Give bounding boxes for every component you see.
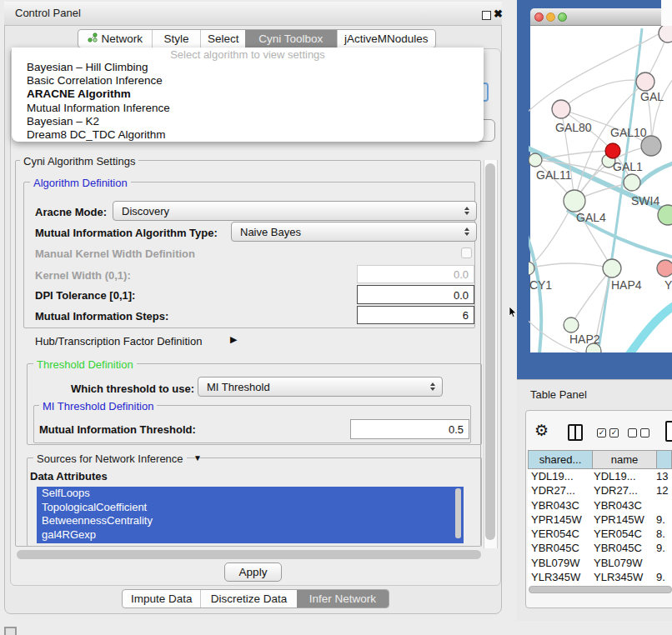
- tab-jactivemnodules[interactable]: jActiveMNodules: [337, 30, 435, 48]
- table-cell: [656, 498, 672, 512]
- table-cell: YPR145W: [528, 512, 594, 527]
- tab-impute-data[interactable]: Impute Data: [123, 590, 200, 608]
- table-cell: YER054C: [528, 527, 594, 541]
- network-view-canvas[interactable]: [530, 26, 672, 352]
- tab-cyni-toolbox[interactable]: Cyni Toolbox: [245, 30, 336, 48]
- settings-vscrollbar-thumb[interactable]: [485, 163, 495, 540]
- checked-checkbox-icon[interactable]: ✓: [597, 428, 606, 438]
- algorithm-dropdown-popup: Select algorithm to view settings Bayesi…: [12, 48, 484, 142]
- expand-right-icon[interactable]: ▶: [230, 334, 237, 345]
- attribute-item-selected[interactable]: SelfLoops: [37, 487, 464, 501]
- collapse-down-icon[interactable]: ▼: [193, 453, 202, 462]
- mi-steps-field[interactable]: 6: [357, 306, 474, 324]
- manual-kernel-label: Manual Kernel Width Definition: [35, 248, 195, 260]
- table-cell: YBR045C: [528, 541, 594, 555]
- attribute-item-selected[interactable]: gal4RGexp: [37, 528, 464, 542]
- partial-toolbar-icon[interactable]: [665, 421, 672, 442]
- algorithm-option[interactable]: Bayesian – K2: [27, 115, 170, 128]
- hub-definition-label[interactable]: Hub/Transcription Factor Definition: [35, 335, 202, 348]
- algorithm-option[interactable]: Mutual Information Inference: [27, 102, 170, 115]
- algorithm-option[interactable]: Bayesian – Hill Climbing: [27, 61, 170, 74]
- columns-icon[interactable]: [568, 424, 583, 441]
- checked-checkbox-icon[interactable]: ✓: [609, 428, 619, 438]
- table-body[interactable]: YDL19...YDL19...13YDR27...YDR27...12YBR0…: [528, 469, 672, 592]
- table-cell: YPR145W: [594, 512, 656, 527]
- unchecked-checkbox-icon[interactable]: [640, 428, 649, 438]
- tab-select[interactable]: Select: [200, 30, 245, 48]
- kernel-width-field[interactable]: 0.0: [357, 265, 474, 283]
- attribute-list-scrollbar[interactable]: [455, 488, 461, 538]
- table-cell: YBR045C: [594, 541, 656, 555]
- table-row[interactable]: YBL079WYBL079W: [528, 556, 672, 570]
- table-cell: 13: [656, 469, 672, 483]
- tab-style[interactable]: Style: [152, 30, 201, 48]
- manual-kernel-checkbox[interactable]: [461, 248, 472, 258]
- table-cell: YLR345W: [594, 570, 656, 584]
- minimized-panel-icon[interactable]: [4, 627, 17, 635]
- settings-hscrollbar-thumb[interactable]: [17, 550, 481, 559]
- combo-arrows-icon: [460, 228, 474, 236]
- kernel-width-label: Kernel Width (0,1):: [35, 269, 131, 282]
- unchecked-checkbox-icon[interactable]: [628, 428, 637, 438]
- network-icon: [88, 32, 98, 45]
- network-window-titlebar[interactable]: [530, 8, 661, 26]
- dpi-tolerance-field[interactable]: 0.0: [357, 285, 474, 304]
- mi-type-combo[interactable]: Naive Bayes: [231, 222, 477, 242]
- sources-legend: Sources for Network Inference: [33, 452, 187, 465]
- control-panel-tab-bar: Network Style Select Cyni Toolbox jActiv…: [78, 29, 436, 48]
- cyni-bottom-tab-bar: Impute Data Discretize Data Infer Networ…: [122, 589, 389, 608]
- table-cell: YBL079W: [594, 556, 656, 570]
- algorithm-option-selected[interactable]: ARACNE Algorithm: [27, 88, 170, 101]
- table-panel-title: Table Panel: [530, 388, 587, 401]
- float-window-icon[interactable]: [482, 11, 491, 20]
- close-traffic-light[interactable]: [534, 12, 544, 22]
- screenshot-stage: Control Panel ✖ Network Style Select Cyn…: [0, 0, 672, 635]
- table-cell: YLR345W: [528, 570, 594, 584]
- minimize-traffic-light[interactable]: [546, 12, 555, 22]
- close-icon[interactable]: ✖: [494, 8, 503, 20]
- column-header-shared-name[interactable]: shared...: [528, 450, 593, 469]
- table-cell: YDL19...: [594, 469, 656, 483]
- settings-gear-icon[interactable]: ⚙: [534, 421, 549, 440]
- zoom-traffic-light[interactable]: [558, 12, 567, 22]
- tab-infer-network[interactable]: Infer Network: [297, 590, 389, 608]
- column-header-name[interactable]: name: [593, 450, 657, 469]
- table-row[interactable]: YBR043CYBR043C: [528, 498, 672, 512]
- table-cell: YBR043C: [528, 498, 594, 512]
- table-row[interactable]: YDL19...YDL19...13: [528, 469, 672, 483]
- which-threshold-label: Which threshold to use:: [71, 382, 194, 395]
- algorithm-option[interactable]: Dream8 DC_TDC Algorithm: [27, 128, 170, 142]
- algorithm-dropdown-prompt: Select algorithm to view settings: [12, 48, 484, 61]
- table-row[interactable]: YBR045CYBR045C9.: [528, 541, 672, 555]
- mi-steps-label: Mutual Information Steps:: [35, 310, 168, 322]
- aracne-mode-combo[interactable]: Discovery: [113, 201, 477, 221]
- algorithm-option[interactable]: Basic Correlation Inference: [27, 74, 170, 88]
- attribute-item-selected[interactable]: BetweennessCentrality: [37, 514, 464, 528]
- mouse-cursor: [509, 307, 517, 318]
- table-cell: YDR27...: [528, 483, 594, 498]
- table-cell: 9.: [656, 512, 672, 527]
- column-header-partial[interactable]: [657, 450, 672, 469]
- attribute-item-selected[interactable]: TopologicalCoefficient: [37, 501, 464, 515]
- table-cell: 9.: [656, 541, 672, 555]
- data-attributes-list[interactable]: SelfLoops TopologicalCoefficient Between…: [37, 487, 464, 543]
- which-threshold-combo[interactable]: MI Threshold: [198, 377, 443, 397]
- table-cell: YBR043C: [594, 498, 656, 512]
- tab-discretize-data[interactable]: Discretize Data: [200, 590, 296, 608]
- tab-network[interactable]: Network: [78, 30, 152, 48]
- mi-threshold-field[interactable]: 0.5: [350, 419, 469, 439]
- table-row[interactable]: YPR145WYPR145W9.: [528, 512, 672, 527]
- table-cell: YDR27...: [594, 483, 656, 498]
- apply-button[interactable]: Apply: [224, 562, 282, 582]
- table-cell: YER054C: [594, 527, 656, 541]
- threshold-definition-legend: Threshold Definition: [33, 358, 137, 371]
- table-hscrollbar-thumb[interactable]: [529, 586, 672, 593]
- table-row[interactable]: YER054CYER054C8.: [528, 527, 672, 541]
- table-row[interactable]: YDR27...YDR27...12: [528, 483, 672, 498]
- table-row[interactable]: YLR345WYLR345W9.: [528, 570, 672, 584]
- cyni-algorithm-settings-legend: Cyni Algorithm Settings: [20, 155, 138, 168]
- tab-network-label: Network: [102, 32, 143, 45]
- algorithm-definition-legend: Algorithm Definition: [30, 177, 131, 189]
- combo-arrows-icon: [426, 382, 439, 391]
- data-attributes-label: Data Attributes: [30, 470, 108, 482]
